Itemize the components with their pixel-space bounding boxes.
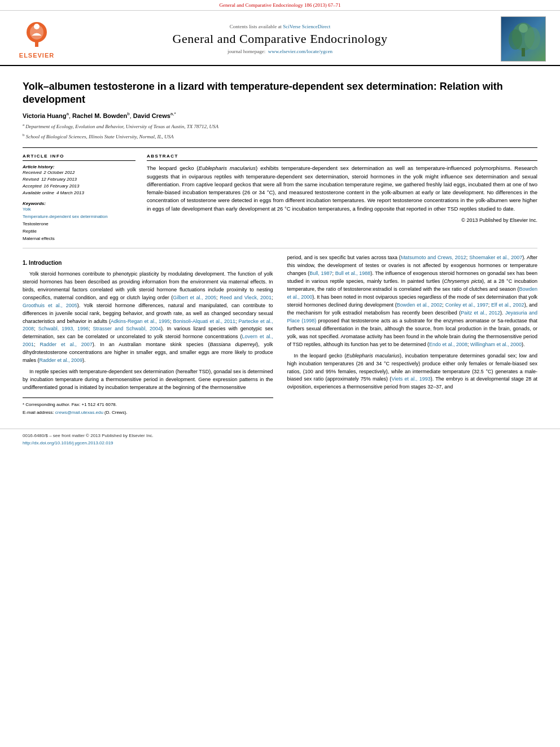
- authors: Victoria Huanga, Rachel M. Bowdenb, Davi…: [23, 111, 537, 119]
- ref-strasser[interactable]: Strasser and Schwabl, 2004: [93, 326, 161, 331]
- ref-bull1988[interactable]: Bull et al., 1988: [335, 270, 371, 276]
- keywords-section: Keywords: Yolk Temperature-dependent sex…: [23, 201, 135, 242]
- article-main-title: Yolk–albumen testosterone in a lizard wi…: [23, 80, 537, 107]
- ref-willingham[interactable]: Willingham et al., 2000: [470, 342, 522, 347]
- bottom-info: 0016-6480/$ – see front matter © 2013 Pu…: [23, 433, 154, 447]
- cover-thumbnail: [501, 16, 546, 62]
- eublepharis-italic-2: Eublepharis macularius: [346, 353, 400, 359]
- bottom-bar: 0016-6480/$ – see front matter © 2013 Pu…: [0, 429, 560, 451]
- article-info-column: ARTICLE INFO Article history: Received 2…: [23, 154, 135, 242]
- elsevier-tree-icon: [20, 20, 54, 51]
- article-body: 1. Introduction Yolk steroid hormones co…: [23, 248, 537, 423]
- last-sentence-start: The: [435, 376, 444, 382]
- ref-endo[interactable]: Endo et al., 2008: [429, 342, 467, 347]
- ref-paitz[interactable]: Paitz et al., 2012: [461, 310, 500, 316]
- body-column-right: period, and is sex specific but varies a…: [287, 254, 538, 417]
- keyword-reptile[interactable]: Reptile: [23, 228, 135, 235]
- journal-homepage: journal homepage: www.elsevier.com/locat…: [71, 49, 489, 54]
- footnote-corresponding-text: Corresponding author. Fax: +1 512 471 60…: [25, 402, 117, 407]
- ref-reed[interactable]: Reed and Vleck, 2001: [220, 295, 272, 300]
- article-info-abstract-section: ARTICLE INFO Article history: Received 2…: [23, 148, 537, 248]
- accepted-label: Accepted: [23, 183, 41, 190]
- ref-shoemaker[interactable]: Shoemaker et al., 2007: [469, 255, 522, 260]
- available-date: 4 March 2013: [56, 190, 84, 196]
- footnote-email: E-mail address: crews@mail.utexas.edu (D…: [23, 409, 273, 416]
- keyword-testosterone[interactable]: Testosterone: [23, 221, 135, 228]
- chrysemys-italic: Chrysemys picta: [444, 278, 482, 284]
- sciverse-link[interactable]: SciVerse ScienceDirect: [283, 24, 330, 29]
- footnote-email-label: E-mail address:: [23, 410, 55, 415]
- top-bar: General and Comparative Endocrinology 18…: [0, 0, 560, 11]
- affil1: a Department of Ecology, Evolution and B…: [23, 122, 537, 131]
- svg-rect-9: [522, 48, 525, 56]
- ref-jeyasuria[interactable]: Jeyasuria and Place (1998): [287, 310, 538, 324]
- svg-point-7: [509, 29, 522, 50]
- abstract-column: ABSTRACT The leopard gecko (Eublepharis …: [147, 154, 537, 242]
- footnotes: * Corresponding author. Fax: +1 512 471 …: [23, 397, 273, 416]
- doi-link[interactable]: http://dx.doi.org/10.1016/j.ygcen.2013.0…: [23, 440, 113, 445]
- affil2: b School of Biological Sciences, Illinoi…: [23, 132, 537, 141]
- revised-row: Revised 12 February 2013: [23, 176, 135, 183]
- body-para-right-1: period, and is sex specific but varies a…: [287, 254, 538, 348]
- revised-label: Revised: [23, 176, 39, 183]
- keyword-yolk[interactable]: Yolk: [23, 206, 135, 213]
- copyright-line: © 2013 Published by Elsevier Inc.: [147, 217, 537, 223]
- abstract-text: The leopard gecko (Eublepharis maculariu…: [147, 164, 537, 213]
- ref-viets[interactable]: Viets et al., 1993: [391, 376, 430, 382]
- footnote-corresponding: * Corresponding author. Fax: +1 512 471 …: [23, 401, 273, 408]
- journal-reference: General and Comparative Endocrinology 18…: [220, 2, 341, 8]
- accepted-date: 16 February 2013: [43, 183, 79, 190]
- keywords-label: Keywords:: [23, 201, 135, 206]
- body-para-2: In reptile species with temperature-depe…: [23, 368, 273, 392]
- author2-name: Rachel M. Bowden: [72, 112, 127, 119]
- body-para-1: Yolk steroid hormones contribute to phen…: [23, 270, 273, 365]
- footnote-email-person: (D. Crews).: [104, 410, 127, 415]
- journal-header: ELSEVIER Contents lists available at Sci…: [0, 11, 560, 66]
- body-column-left: 1. Introduction Yolk steroid hormones co…: [23, 254, 273, 417]
- ref-radder2009[interactable]: Radder et al., 2009: [40, 357, 83, 363]
- author3-sup: a,*: [170, 111, 176, 116]
- issn-line: 0016-6480/$ – see front matter © 2013 Pu…: [23, 433, 154, 440]
- author1-sup: a: [66, 111, 68, 116]
- ref-conley[interactable]: Conley et al., 1997: [445, 302, 488, 308]
- journal-homepage-link[interactable]: www.elsevier.com/locate/ygcen: [268, 49, 333, 54]
- keyword-maternal[interactable]: Maternal effects: [23, 235, 135, 243]
- sciverse-line: Contents lists available at SciVerse Sci…: [71, 24, 489, 29]
- ref-bowden2002[interactable]: Bowden et al., 2002: [397, 302, 443, 308]
- journal-header-center: Contents lists available at SciVerse Sci…: [62, 24, 498, 54]
- page: General and Comparative Endocrinology 18…: [0, 0, 560, 747]
- ref-matsumoto[interactable]: Matsumoto and Crews, 2012: [401, 255, 466, 260]
- ref-adkins[interactable]: Adkins-Regan et al., 1995: [111, 318, 170, 324]
- author3-name: David Crews: [133, 112, 170, 119]
- article-history: Article history: Received 2 October 2012…: [23, 164, 135, 196]
- received-date: 2 October 2012: [43, 169, 75, 176]
- received-row: Received 2 October 2012: [23, 169, 135, 176]
- ref-bull1987[interactable]: Bull, 1987: [309, 270, 332, 276]
- article-content: Yolk–albumen testosterone in a lizard wi…: [0, 66, 560, 429]
- footnote-email-link[interactable]: crews@mail.utexas.edu: [55, 410, 103, 415]
- author2-sup: b: [127, 111, 129, 116]
- ref-groothuis[interactable]: Groothuis et al., 2005: [23, 303, 77, 308]
- ref-schwabl[interactable]: Schwabl, 1993, 1996: [38, 326, 89, 331]
- article-body-columns: 1. Introduction Yolk steroid hormones co…: [23, 254, 537, 417]
- elsevier-label: ELSEVIER: [19, 52, 54, 59]
- svg-point-10: [519, 24, 528, 33]
- ref-gilbert[interactable]: Gilbert et al., 2005: [173, 295, 216, 300]
- keyword-tsd[interactable]: Temperature-dependent sex determination: [23, 213, 135, 221]
- article-title-section: Yolk–albumen testosterone in a lizard wi…: [23, 72, 537, 148]
- ref-bonisoli[interactable]: Bonisoli-Alquati et al., 2011: [173, 318, 235, 324]
- body-para-right-2: In the leopard gecko (Eublepharis macula…: [287, 352, 538, 392]
- section1-title: 1. Introduction: [23, 259, 273, 268]
- journal-cover-image: [498, 16, 549, 62]
- species-name-italic: Eublepharis macularius: [199, 165, 256, 171]
- ref-radder2007[interactable]: Radder et al., 2007: [40, 342, 93, 347]
- received-label: Received: [23, 169, 41, 176]
- revised-date: 12 February 2013: [41, 176, 77, 183]
- ref-bowden2000[interactable]: Bowden et al., 2000: [287, 286, 538, 300]
- available-label: Available online: [23, 190, 54, 196]
- accepted-row: Accepted 16 February 2013: [23, 183, 135, 190]
- svg-point-4: [34, 24, 40, 29]
- available-row: Available online 4 March 2013: [23, 190, 135, 196]
- ref-elf[interactable]: Elf et al., 2002: [491, 302, 524, 308]
- abstract-header: ABSTRACT: [147, 154, 537, 161]
